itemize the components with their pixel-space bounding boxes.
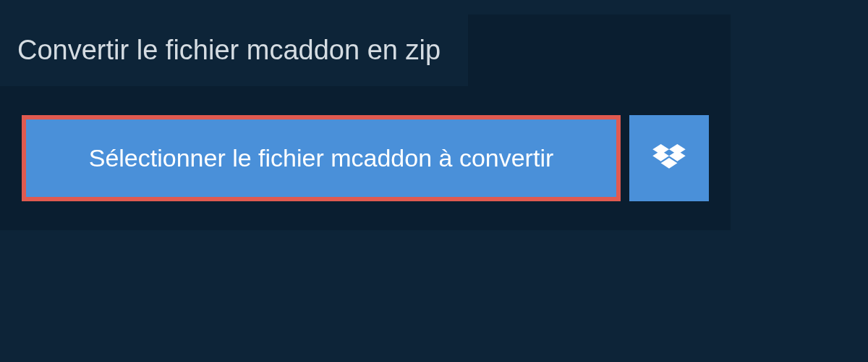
dropbox-icon: [652, 144, 686, 173]
dropbox-button[interactable]: [629, 115, 709, 201]
button-row: Sélectionner le fichier mcaddon à conver…: [0, 86, 731, 201]
title-tab: Convertir le fichier mcaddon en zip: [0, 14, 468, 86]
select-file-button-label: Sélectionner le fichier mcaddon à conver…: [89, 144, 554, 172]
select-file-button[interactable]: Sélectionner le fichier mcaddon à conver…: [22, 115, 621, 201]
page-title: Convertir le fichier mcaddon en zip: [17, 35, 441, 66]
converter-panel: Convertir le fichier mcaddon en zip Séle…: [0, 14, 731, 230]
